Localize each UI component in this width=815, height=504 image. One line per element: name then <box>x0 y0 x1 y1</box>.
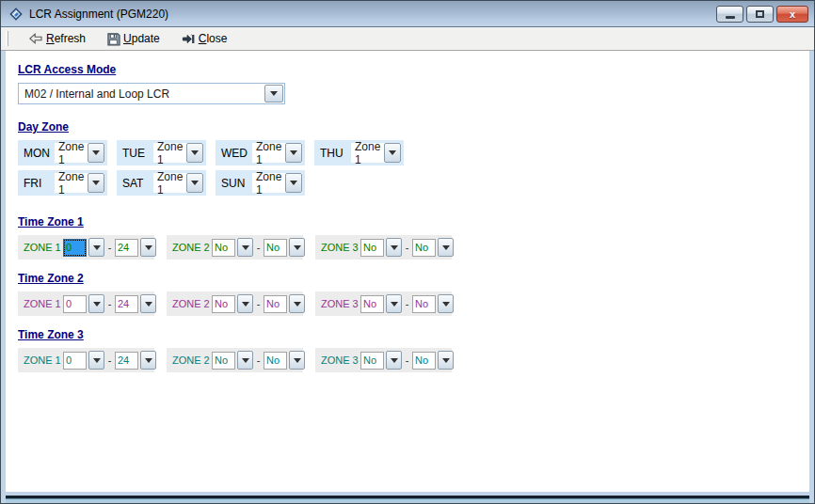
day-zone-value: Zone 1 <box>351 140 384 166</box>
dropdown-button[interactable] <box>289 294 305 313</box>
tz3-zone1-to-field[interactable]: 24 <box>115 352 138 370</box>
dropdown-button[interactable] <box>386 238 402 257</box>
chevron-down-icon <box>145 358 152 363</box>
zone-label: ZONE 1 <box>24 242 61 253</box>
day-zone-combobox[interactable]: Zone 1 <box>55 143 104 163</box>
day-zone-combobox[interactable]: Zone 1 <box>153 173 203 193</box>
close-window-button[interactable]: x <box>776 6 808 23</box>
tz1-zone3-to-field[interactable]: No <box>412 239 436 257</box>
dropdown-button[interactable] <box>140 294 156 313</box>
chevron-down-icon <box>294 358 301 363</box>
tz3-zone3-to-field[interactable]: No <box>412 352 436 370</box>
chevron-down-icon <box>442 302 450 307</box>
tz2-zone1-to-field[interactable]: 24 <box>115 295 138 313</box>
dropdown-button[interactable] <box>438 351 454 370</box>
day-group-tue: TUE Zone 1 <box>117 140 206 165</box>
time-zone-1-row: ZONE 1 0 - 24 ZONE 2 No - No ZONE 3 <box>18 235 800 260</box>
dropdown-button[interactable] <box>285 143 302 163</box>
update-label: pdate <box>132 32 160 45</box>
toolbar-gripper <box>6 31 8 46</box>
day-zone-heading: Day Zone <box>18 120 800 134</box>
tz1-zone1-from-field[interactable]: 0 <box>63 239 87 257</box>
dropdown-button[interactable] <box>386 294 402 313</box>
update-button[interactable]: Update <box>104 31 163 47</box>
dropdown-button[interactable] <box>88 351 104 370</box>
tz1-zone1-group: ZONE 1 0 - 24 <box>18 235 154 260</box>
dropdown-button[interactable] <box>237 351 253 370</box>
tz3-zone3-from-field[interactable]: No <box>360 352 384 370</box>
dropdown-button[interactable] <box>386 351 402 370</box>
range-dash: - <box>404 354 410 366</box>
dropdown-button[interactable] <box>140 238 156 257</box>
tz1-zone3-from-field[interactable]: No <box>360 239 384 257</box>
tz2-zone3-group: ZONE 3 No - No <box>315 291 452 316</box>
dropdown-button[interactable] <box>289 351 305 370</box>
zone-label: ZONE 3 <box>321 298 359 309</box>
dropdown-button[interactable] <box>285 173 302 193</box>
tz2-zone3-from-field[interactable]: No <box>360 295 384 313</box>
day-label: SAT <box>122 177 153 190</box>
day-zone-row-2: FRI Zone 1 SAT Zone 1 SUN Z <box>18 170 800 196</box>
chevron-down-icon <box>242 245 249 250</box>
range-dash: - <box>106 298 113 309</box>
day-zone-combobox[interactable]: Zone 1 <box>351 143 401 163</box>
tz3-zone1-group: ZONE 1 0 - 24 <box>18 348 154 372</box>
day-zone-value: Zone 1 <box>55 140 88 166</box>
dropdown-button[interactable] <box>438 294 454 313</box>
tz2-zone1-group: ZONE 1 0 - 24 <box>18 291 154 316</box>
dropdown-button[interactable] <box>237 294 253 313</box>
dropdown-button[interactable] <box>237 238 253 257</box>
dropdown-button[interactable] <box>384 143 401 163</box>
lcr-access-mode-dropdown-button[interactable] <box>264 85 283 102</box>
tz3-zone2-to-field[interactable]: No <box>264 352 287 370</box>
content-area: LCR Access Mode M02 / Internal and Loop … <box>6 51 809 492</box>
titlebar: LCR Assignment (PGM220) x <box>1 1 814 27</box>
tz2-zone3-to-field[interactable]: No <box>412 295 436 313</box>
chevron-down-icon <box>93 245 101 250</box>
day-group-sun: SUN Zone 1 <box>216 170 305 196</box>
chevron-down-icon <box>242 358 249 363</box>
day-zone-value: Zone 1 <box>153 140 186 166</box>
tz1-zone2-to-field[interactable]: No <box>264 239 287 257</box>
day-label: WED <box>221 147 252 160</box>
zone-label: ZONE 1 <box>24 298 61 309</box>
chevron-down-icon <box>191 150 199 155</box>
restore-button[interactable] <box>746 6 774 23</box>
day-label: MON <box>24 147 55 160</box>
lcr-access-mode-combobox[interactable]: M02 / Internal and Loop LCR <box>18 83 285 104</box>
day-group-sat: SAT Zone 1 <box>117 170 206 196</box>
tz2-zone2-from-field[interactable]: No <box>212 295 235 313</box>
tz1-zone2-from-field[interactable]: No <box>212 239 235 257</box>
zone-label: ZONE 2 <box>172 242 210 253</box>
dropdown-button[interactable] <box>88 143 104 163</box>
chevron-down-icon <box>92 181 100 185</box>
dropdown-button[interactable] <box>88 294 104 313</box>
tz3-zone1-from-field[interactable]: 0 <box>63 352 87 370</box>
day-zone-combobox[interactable]: Zone 1 <box>55 173 104 193</box>
dropdown-button[interactable] <box>289 238 305 257</box>
zone-label: ZONE 2 <box>172 354 210 366</box>
day-zone-combobox[interactable]: Zone 1 <box>153 143 203 163</box>
close-label: lose <box>206 32 227 45</box>
chevron-down-icon <box>391 245 398 250</box>
left-arrow-icon <box>28 31 43 46</box>
dropdown-button[interactable] <box>438 238 454 257</box>
minimize-button[interactable] <box>716 6 743 23</box>
day-group-fri: FRI Zone 1 <box>18 170 107 196</box>
day-zone-value: Zone 1 <box>252 140 285 166</box>
day-zone-combobox[interactable]: Zone 1 <box>252 143 302 163</box>
chevron-down-icon <box>242 302 249 307</box>
chevron-down-icon <box>442 358 450 363</box>
dropdown-button[interactable] <box>88 173 104 193</box>
dropdown-button[interactable] <box>88 238 104 257</box>
day-zone-combobox[interactable]: Zone 1 <box>252 173 302 193</box>
close-button[interactable]: Close <box>178 31 231 47</box>
dropdown-button[interactable] <box>186 143 203 163</box>
refresh-button[interactable]: Refresh <box>25 30 88 47</box>
tz1-zone1-to-field[interactable]: 24 <box>115 239 138 257</box>
tz2-zone2-to-field[interactable]: No <box>264 295 287 313</box>
dropdown-button[interactable] <box>140 351 156 370</box>
dropdown-button[interactable] <box>186 173 203 193</box>
tz2-zone1-from-field[interactable]: 0 <box>63 295 87 313</box>
tz3-zone2-from-field[interactable]: No <box>212 352 235 370</box>
